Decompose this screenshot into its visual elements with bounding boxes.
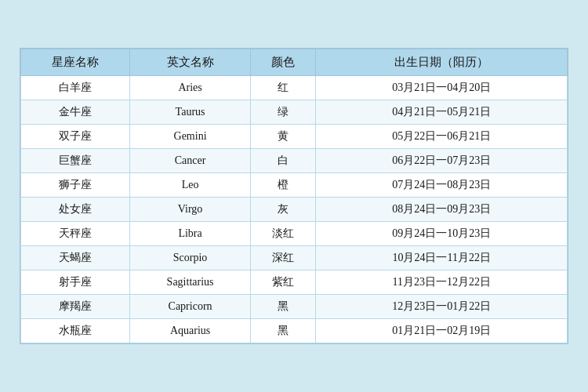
table-header-row: 星座名称 英文名称 颜色 出生日期（阳历） (21, 49, 568, 76)
table-row: 狮子座Leo橙07月24日一08月23日 (21, 173, 568, 198)
cell-color: 黑 (250, 319, 316, 343)
table-row: 天秤座Libra淡红09月24日一10月23日 (21, 222, 568, 246)
cell-date: 05月22日一06月21日 (316, 125, 568, 149)
cell-color: 黑 (250, 295, 316, 319)
cell-chinese: 水瓶座 (21, 319, 130, 343)
cell-chinese: 天蝎座 (21, 246, 130, 270)
cell-english: Aquarius (130, 319, 250, 343)
cell-color: 淡红 (250, 222, 316, 246)
table-body: 白羊座Aries红03月21日一04月20日金牛座Taurus绿04月21日一0… (21, 76, 568, 343)
table-row: 金牛座Taurus绿04月21日一05月21日 (21, 100, 568, 125)
cell-color: 紫红 (250, 270, 316, 295)
cell-chinese: 巨蟹座 (21, 149, 130, 173)
cell-color: 灰 (250, 198, 316, 222)
cell-english: Leo (130, 173, 250, 198)
cell-date: 11月23日一12月22日 (316, 270, 568, 295)
header-english: 英文名称 (130, 49, 250, 76)
cell-date: 08月24日一09月23日 (316, 198, 568, 222)
table-row: 摩羯座Capricorn黑12月23日一01月22日 (21, 295, 568, 319)
zodiac-table-container: 星座名称 英文名称 颜色 出生日期（阳历） 白羊座Aries红03月21日一04… (20, 48, 568, 344)
cell-color: 橙 (250, 173, 316, 198)
table-row: 天蝎座Scorpio深红10月24日一11月22日 (21, 246, 568, 270)
cell-english: Scorpio (130, 246, 250, 270)
cell-chinese: 处女座 (21, 198, 130, 222)
table-row: 处女座Virgo灰08月24日一09月23日 (21, 198, 568, 222)
cell-date: 03月21日一04月20日 (316, 76, 568, 100)
cell-color: 红 (250, 76, 316, 100)
cell-english: Libra (130, 222, 250, 246)
cell-date: 10月24日一11月22日 (316, 246, 568, 270)
table-row: 水瓶座Aquarius黑01月21日一02月19日 (21, 319, 568, 343)
cell-chinese: 摩羯座 (21, 295, 130, 319)
table-row: 巨蟹座Cancer白06月22日一07月23日 (21, 149, 568, 173)
cell-chinese: 白羊座 (21, 76, 130, 100)
header-color: 颜色 (250, 49, 316, 76)
cell-english: Aries (130, 76, 250, 100)
cell-color: 深红 (250, 246, 316, 270)
table-row: 双子座Gemini黄05月22日一06月21日 (21, 125, 568, 149)
table-row: 射手座Sagittarius紫红11月23日一12月22日 (21, 270, 568, 295)
cell-date: 07月24日一08月23日 (316, 173, 568, 198)
cell-chinese: 狮子座 (21, 173, 130, 198)
cell-date: 12月23日一01月22日 (316, 295, 568, 319)
cell-chinese: 射手座 (21, 270, 130, 295)
cell-color: 绿 (250, 100, 316, 125)
cell-english: Gemini (130, 125, 250, 149)
cell-english: Cancer (130, 149, 250, 173)
cell-color: 白 (250, 149, 316, 173)
cell-chinese: 金牛座 (21, 100, 130, 125)
cell-date: 01月21日一02月19日 (316, 319, 568, 343)
cell-chinese: 双子座 (21, 125, 130, 149)
cell-chinese: 天秤座 (21, 222, 130, 246)
cell-english: Sagittarius (130, 270, 250, 295)
cell-english: Virgo (130, 198, 250, 222)
cell-date: 09月24日一10月23日 (316, 222, 568, 246)
cell-date: 04月21日一05月21日 (316, 100, 568, 125)
header-date: 出生日期（阳历） (316, 49, 568, 76)
table-row: 白羊座Aries红03月21日一04月20日 (21, 76, 568, 100)
cell-english: Taurus (130, 100, 250, 125)
cell-english: Capricorn (130, 295, 250, 319)
zodiac-table: 星座名称 英文名称 颜色 出生日期（阳历） 白羊座Aries红03月21日一04… (20, 49, 568, 343)
header-chinese: 星座名称 (21, 49, 130, 76)
cell-date: 06月22日一07月23日 (316, 149, 568, 173)
cell-color: 黄 (250, 125, 316, 149)
